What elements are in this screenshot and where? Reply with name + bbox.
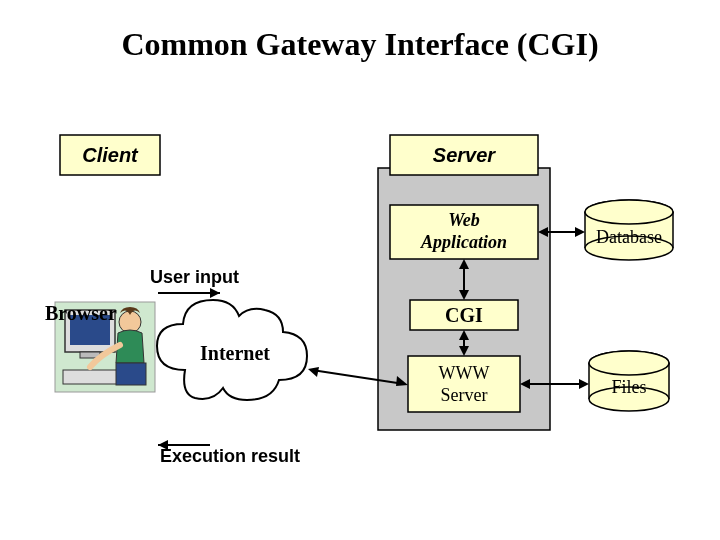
diagram-title: Common Gateway Interface (CGI) [121, 26, 598, 62]
svg-point-5 [585, 200, 673, 224]
database-label: Database [596, 227, 662, 247]
files-label: Files [611, 377, 646, 397]
cgi-label: CGI [445, 304, 483, 326]
svg-marker-36 [308, 367, 319, 377]
svg-marker-34 [579, 379, 589, 389]
webapp-label-2: Application [420, 232, 507, 252]
user-input-arrow [158, 288, 220, 298]
cgi-diagram: Common Gateway Interface (CGI) Client Se… [0, 0, 720, 540]
user-input-label: User input [150, 267, 239, 287]
webapp-label-1: Web [448, 210, 480, 230]
internet-label: Internet [200, 342, 270, 364]
svg-marker-20 [210, 288, 220, 298]
svg-marker-31 [575, 227, 585, 237]
www-label-2: Server [441, 385, 488, 405]
svg-rect-16 [63, 370, 121, 384]
browser-label: Browser [45, 302, 117, 324]
www-label-1: WWW [439, 363, 490, 383]
execution-result-label: Execution result [160, 446, 300, 466]
svg-rect-18 [116, 363, 146, 385]
svg-point-11 [589, 351, 669, 375]
server-label: Server [433, 144, 496, 166]
arrow-webapp-db [538, 227, 585, 237]
client-label: Client [82, 144, 139, 166]
